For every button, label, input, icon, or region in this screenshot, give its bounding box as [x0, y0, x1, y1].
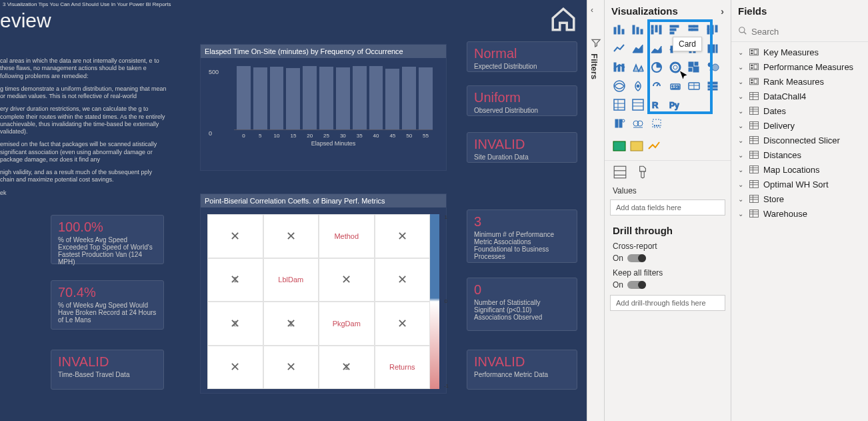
field-item-optimal-wh-sort[interactable]: ⌄Optimal WH Sort: [731, 177, 868, 191]
field-item-distances[interactable]: ⌄Distances: [731, 147, 868, 162]
field-item-performance-measures[interactable]: ⌄Performance Measures: [731, 59, 868, 74]
chevron-left-icon[interactable]: ‹: [591, 5, 593, 15]
heatmap-cell[interactable]: ✕: [207, 214, 263, 258]
card-invalid-perf[interactable]: INVALID Performance Metric Data: [467, 350, 577, 390]
values-well[interactable]: Add data fields here: [610, 199, 725, 216]
viz-clustered-bar-icon[interactable]: [630, 22, 646, 38]
heatmap-cell[interactable]: ✕: [207, 346, 263, 390]
heatmap-cell[interactable]: ✕: [375, 302, 431, 346]
bar[interactable]: [270, 67, 284, 129]
viz-more-visuals-icon[interactable]: …: [649, 115, 665, 131]
home-icon[interactable]: [549, 5, 577, 33]
fields-tab-icon[interactable]: [613, 165, 627, 179]
field-item-map-locations[interactable]: ⌄Map Locations: [731, 162, 868, 177]
card-uniform[interactable]: Uniform Observed Distribution: [467, 85, 577, 116]
drillthrough-well[interactable]: Add drill-through fields here: [610, 295, 725, 311]
viz-ribbon-icon[interactable]: [705, 41, 721, 57]
heatmap-cell[interactable]: ✕: [319, 258, 375, 302]
format-tab-icon[interactable]: [635, 165, 650, 179]
heatmap-cell[interactable]: [263, 346, 319, 390]
viz-waterfall-icon[interactable]: [611, 59, 627, 75]
measure-icon: [749, 47, 759, 57]
bar-chart-visual[interactable]: Elasped Time On-Site (minutes) by Freque…: [200, 44, 447, 171]
bar[interactable]: [303, 66, 317, 129]
card-invalid-site[interactable]: INVALID Site Duration Data: [467, 132, 577, 163]
field-item-datachall4[interactable]: ⌄DataChall4: [731, 89, 868, 103]
heatmap-visual[interactable]: Point-Biserial Correlation Coeffs. of Bi…: [200, 193, 447, 394]
viz-py-visual-icon[interactable]: Py: [667, 97, 683, 113]
bar[interactable]: [237, 66, 251, 129]
viz-table-icon[interactable]: [630, 97, 646, 113]
viz-filled-map-icon[interactable]: [630, 78, 646, 94]
card-0[interactable]: 0 Number of Statistically Significant (p…: [467, 278, 577, 331]
custom-viz-icon[interactable]: [613, 139, 626, 155]
cross-report-toggle[interactable]: On: [613, 254, 646, 263]
viz-matrix-icon[interactable]: [611, 97, 627, 113]
viz-scatter-icon[interactable]: [705, 59, 721, 75]
viz-stacked-bar-h-icon[interactable]: [686, 22, 702, 38]
viz-stacked-column-icon[interactable]: [649, 22, 665, 38]
viz-100-stacked-icon[interactable]: [705, 22, 721, 38]
heatmap-cell[interactable]: Returns: [375, 346, 431, 390]
heatmap-cell[interactable]: 1: [319, 346, 375, 390]
field-item-delivery[interactable]: ⌄Delivery: [731, 118, 868, 133]
card-3[interactable]: 3 Minimum # of Performance Metric Associ…: [467, 209, 577, 263]
bar[interactable]: [402, 67, 416, 129]
card-invalid-time[interactable]: INVALID Time-Based Travel Data: [51, 350, 164, 390]
viz-stacked-bar-icon[interactable]: [611, 22, 627, 38]
field-item-disconnected-slicer[interactable]: ⌄Disconnected Slicer: [731, 133, 868, 147]
viz-r-visual-icon[interactable]: R: [649, 97, 665, 113]
viz-pie-icon[interactable]: [649, 59, 665, 75]
viz-key-influencers-icon[interactable]: [611, 115, 627, 131]
field-item-dates[interactable]: ⌄Dates: [731, 103, 868, 118]
search-input[interactable]: [751, 27, 863, 37]
heatmap-cell[interactable]: 1: [207, 258, 263, 302]
viz-line-icon[interactable]: [611, 41, 627, 57]
field-item-key-measures[interactable]: ⌄Key Measures: [731, 45, 868, 59]
heatmap-cell[interactable]: PkgDam: [319, 302, 375, 346]
svg-rect-98: [750, 121, 759, 129]
heatmap-cell[interactable]: 2: [207, 302, 263, 346]
viz-kpi-icon[interactable]: [705, 78, 721, 94]
chevron-right-icon[interactable]: ›: [721, 5, 724, 17]
bar[interactable]: [286, 68, 300, 129]
keep-filters-toggle[interactable]: On: [613, 280, 646, 290]
filters-pane[interactable]: ‹ Filters: [587, 0, 604, 421]
field-label: Store: [763, 194, 784, 204]
viz-decomposition-icon[interactable]: [630, 115, 646, 131]
bar[interactable]: [336, 67, 350, 129]
svg-rect-114: [750, 180, 759, 187]
bar[interactable]: [419, 67, 433, 129]
heatmap-cell[interactable]: 1: [263, 302, 319, 346]
viz-bar-horizontal-icon[interactable]: [667, 22, 683, 38]
bar[interactable]: [253, 67, 267, 129]
card-normal[interactable]: Normal Expected Distribution: [467, 41, 577, 72]
heatmap-cell[interactable]: ✕: [263, 214, 319, 258]
heatmap-cell[interactable]: Method: [319, 214, 375, 258]
heatmap-cell[interactable]: ✕: [375, 214, 431, 258]
field-label: Disconnected Slicer: [763, 135, 840, 145]
chevron-down-icon: ⌄: [738, 151, 745, 159]
custom-viz-icon[interactable]: [647, 139, 661, 155]
bar[interactable]: [369, 66, 383, 129]
bar[interactable]: [385, 69, 399, 129]
heatmap-cell[interactable]: ✕: [375, 258, 431, 302]
bar[interactable]: [353, 66, 367, 129]
field-item-warehouse[interactable]: ⌄Warehouse: [731, 206, 868, 221]
svg-rect-71: [613, 141, 625, 151]
card-label: Observed Distribution: [474, 107, 570, 114]
card-70[interactable]: 70.4% % of Weeks Avg Speed Would Have Br…: [51, 280, 164, 330]
svg-point-35: [673, 65, 677, 69]
viz-area-icon[interactable]: [630, 41, 646, 57]
heatmap-cell[interactable]: LblDam: [263, 258, 319, 302]
custom-viz-icon[interactable]: [630, 139, 643, 155]
viz-map-icon[interactable]: [611, 78, 627, 94]
field-item-store[interactable]: ⌄Store: [731, 191, 868, 206]
viz-stacked-area-icon[interactable]: [649, 41, 665, 57]
card-value: INVALID: [58, 354, 157, 370]
viz-funnel-icon[interactable]: [630, 59, 646, 75]
field-item-rank-measures[interactable]: ⌄Rank Measures: [731, 74, 868, 89]
viz-gauge-icon[interactable]: [649, 78, 665, 94]
card-100[interactable]: 100.0% % of Weeks Avg Speed Exceeded Top…: [51, 215, 164, 264]
bar[interactable]: [319, 67, 333, 129]
